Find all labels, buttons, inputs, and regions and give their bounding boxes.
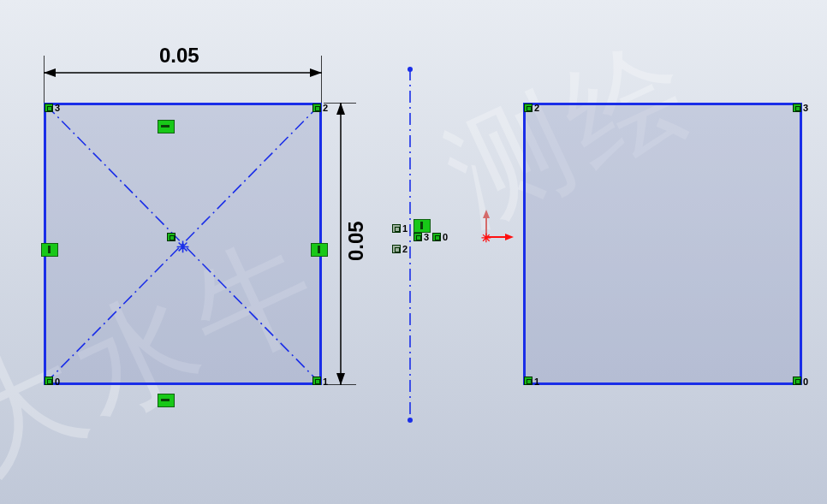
dimension-width[interactable]: 0.05 (44, 47, 322, 107)
dimension-height[interactable]: 0.05 (322, 103, 365, 385)
svg-text:✳: ✳ (481, 231, 491, 244)
sketch-point-sq2-tl[interactable] (524, 104, 532, 112)
sketch-point-sq2-tr[interactable] (793, 104, 801, 112)
sketch-point-sq2-tl-index: 2 (534, 103, 539, 113)
sketch-point-sq2-bl-index: 1 (534, 377, 539, 387)
constraint-vertical-left[interactable] (41, 243, 58, 257)
sketch-point-sq1-tr-index: 2 (323, 103, 328, 113)
sketch-point-center-c-index: 2 (402, 244, 408, 254)
sketch-point-sq1-bl[interactable] (45, 377, 53, 385)
sketch-point-sq2-tr-index: 3 (803, 103, 808, 113)
sketch-point-center-c[interactable] (392, 245, 401, 253)
sketch-point-sq1-tr[interactable] (312, 104, 321, 112)
svg-marker-14 (483, 210, 490, 218)
sketch-point-center-d-index: 0 (443, 232, 448, 242)
construction-centerline-vertical[interactable] (408, 68, 412, 419)
svg-marker-4 (310, 68, 322, 77)
origin-triad: ✳ (479, 210, 514, 244)
constraint-vertical-right[interactable] (311, 243, 328, 257)
sketch-point-center-a-index: 1 (402, 223, 408, 234)
dimension-width-value: 0.05 (159, 44, 199, 68)
constraint-horizontal-top[interactable] (158, 120, 175, 133)
dimension-height-value: 0.05 (344, 221, 368, 261)
sketch-rectangle-left[interactable]: ✳ (44, 103, 322, 385)
sketch-point-sq1-br[interactable] (312, 377, 321, 385)
sketch-point-sq1-tl-index: 3 (55, 103, 60, 113)
sketch-origin-mark: ✳ (176, 238, 189, 257)
sketch-point-center-b[interactable] (414, 233, 422, 241)
sketch-point-sq1-tl[interactable] (45, 104, 53, 112)
svg-marker-8 (336, 103, 345, 115)
sketch-point-sq2-bl[interactable] (524, 377, 532, 385)
sketch-point-sq1-br-index: 1 (323, 377, 328, 387)
svg-marker-16 (505, 234, 514, 240)
svg-marker-3 (44, 68, 56, 77)
sketch-point-sq1-bl-index: 0 (55, 377, 60, 387)
sketch-point-center-d[interactable] (432, 233, 441, 241)
sketch-point-sq1-center[interactable] (167, 233, 176, 241)
sketch-rectangle-right[interactable] (523, 103, 802, 385)
constraint-horizontal-bottom[interactable] (158, 394, 175, 407)
sketch-point-center-b-index: 3 (424, 232, 429, 242)
centerline-endpoint-bottom[interactable] (408, 418, 413, 423)
cad-sketch-viewport[interactable]: 大水牛 测绘 0.05 0.05 (0, 0, 827, 504)
sketch-point-center-a[interactable] (392, 224, 401, 233)
svg-marker-9 (336, 373, 345, 385)
sketch-point-sq2-br-index: 0 (803, 377, 808, 387)
centerline-endpoint-top[interactable] (408, 67, 413, 72)
constraint-vertical-center[interactable] (414, 219, 431, 233)
sketch-point-sq2-br[interactable] (793, 377, 801, 385)
